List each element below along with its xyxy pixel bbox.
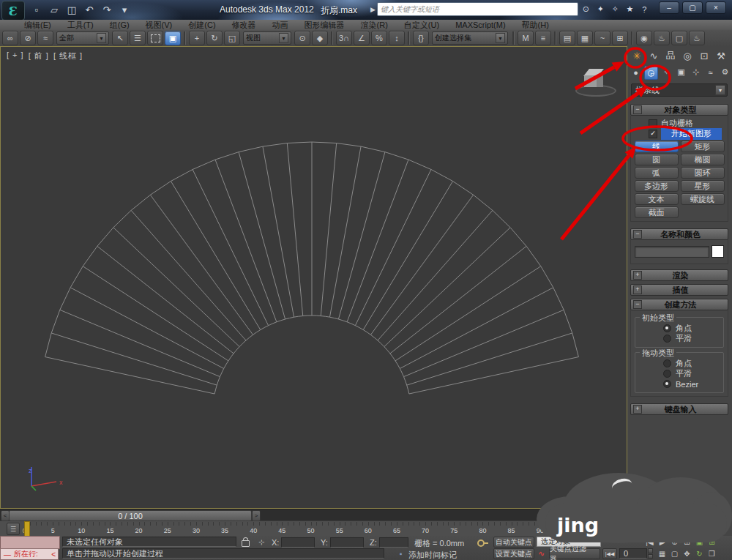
autogrid-row[interactable]: 自动栅格 bbox=[649, 119, 726, 128]
open-mini-curve-editor-button[interactable]: ☰ bbox=[7, 523, 20, 535]
selection-lock-icon[interactable] bbox=[242, 537, 250, 547]
set-key-button[interactable]: 设置关键点 bbox=[493, 548, 534, 559]
search-icon[interactable]: ⊙ bbox=[580, 3, 592, 15]
shape-button-文本[interactable]: 文本 bbox=[635, 193, 679, 205]
help-icon[interactable]: ? bbox=[638, 3, 651, 15]
z-coordinate-field[interactable] bbox=[379, 537, 408, 548]
search-input[interactable]: 键入关键字或短语 bbox=[377, 2, 578, 16]
reference-coordinate-dropdown[interactable]: 视图▼ bbox=[243, 31, 291, 45]
select-and-uniform-scale[interactable]: ◱ bbox=[224, 31, 240, 45]
radio-Bezier[interactable]: Bezier bbox=[663, 379, 723, 389]
zoom-icon[interactable]: ⊕ bbox=[669, 537, 680, 547]
rollout-name-color[interactable]: − 名称和颜色 bbox=[630, 228, 728, 240]
expand-icon[interactable]: + bbox=[633, 405, 642, 414]
play-animation[interactable]: ▶ bbox=[657, 537, 668, 547]
maxscript-mini-recorder[interactable]: — 所在行: < bbox=[0, 548, 59, 560]
material-editor[interactable]: ◉ bbox=[636, 31, 652, 45]
auto-key-button[interactable]: 自动关键点 bbox=[493, 537, 534, 548]
rendered-frame-window[interactable]: ▢ bbox=[671, 31, 687, 45]
rect-selection-region[interactable] bbox=[147, 31, 163, 45]
radio-角点[interactable]: 角点 bbox=[663, 359, 723, 368]
communication-center-icon[interactable]: ✦ bbox=[594, 3, 607, 15]
track-bar[interactable]: ☰ 051015202530354045505560657075808590 bbox=[0, 520, 627, 537]
3ds-max-logo[interactable]: Ɛ bbox=[1, 1, 25, 20]
shape-button-圆环[interactable]: 圆环 bbox=[681, 167, 725, 179]
tab-geometry-icon[interactable]: ● bbox=[630, 66, 642, 78]
menu-item-6[interactable]: 动画 bbox=[264, 20, 296, 30]
shape-button-截面[interactable]: 截面 bbox=[635, 206, 679, 218]
maximize-viewport-toggle-icon[interactable]: ❒ bbox=[706, 548, 717, 559]
x-coordinate-field[interactable] bbox=[281, 537, 315, 548]
absolute-offset-mode-icon[interactable]: ⊹ bbox=[256, 537, 267, 547]
tab-systems-icon[interactable]: ⚙ bbox=[719, 66, 731, 78]
select-and-link[interactable]: ∞ bbox=[2, 31, 18, 45]
align[interactable]: ≡ bbox=[535, 31, 551, 45]
snap-toggle-3d[interactable]: 3∩ bbox=[336, 31, 352, 45]
curve-editor[interactable]: ~ bbox=[594, 31, 610, 45]
tab-lights-icon[interactable]: ✧ bbox=[660, 66, 673, 78]
keyboard-shortcut-override[interactable]: {} bbox=[413, 31, 429, 45]
chevron-down-icon[interactable]: ▼ bbox=[715, 85, 725, 95]
shape-button-弧[interactable]: 弧 bbox=[635, 167, 679, 179]
new-scene-icon[interactable]: ▫ bbox=[29, 2, 44, 17]
save-file-icon[interactable]: ◫ bbox=[64, 2, 79, 17]
zoom-all-icon[interactable]: ⊞ bbox=[681, 537, 692, 547]
zoom-extents-all-icon[interactable]: ⊞ bbox=[706, 537, 717, 547]
shape-button-多边形[interactable]: 多边形 bbox=[635, 180, 679, 192]
tab-modify-icon[interactable]: ∿ bbox=[646, 48, 661, 63]
maxscript-mini-listener[interactable] bbox=[0, 536, 60, 549]
frame-spinner[interactable] bbox=[648, 548, 653, 559]
y-coordinate-field[interactable] bbox=[330, 537, 364, 548]
viewport-front[interactable]: [ + ][ 前 ][ 线框 ] z x bbox=[0, 46, 627, 509]
select-object[interactable]: ↖ bbox=[112, 31, 128, 45]
spinner-snap-toggle[interactable]: ↕ bbox=[389, 31, 405, 45]
collapse-icon[interactable]: − bbox=[633, 105, 642, 114]
region-zoom-icon[interactable]: ▢ bbox=[669, 548, 680, 559]
start-new-shape-row[interactable]: ✓ 开始新图形 bbox=[649, 129, 726, 138]
menu-item-3[interactable]: 视图(V) bbox=[138, 20, 181, 30]
object-color-swatch[interactable] bbox=[712, 245, 724, 258]
orbit-icon[interactable]: ↻ bbox=[694, 548, 705, 559]
next-frame-button[interactable]: > bbox=[252, 510, 261, 521]
collapse-icon[interactable]: − bbox=[633, 230, 642, 239]
maximize-button[interactable]: ▢ bbox=[682, 1, 703, 14]
radio-平滑[interactable]: 平滑 bbox=[663, 334, 723, 343]
render-production[interactable]: ♨ bbox=[689, 31, 705, 45]
window-crossing-toggle[interactable]: ▣ bbox=[165, 31, 181, 45]
tab-helpers-icon[interactable]: ⊹ bbox=[690, 66, 702, 78]
favorites-star-icon[interactable]: ★ bbox=[624, 3, 636, 15]
shape-button-星形[interactable]: 星形 bbox=[681, 180, 725, 192]
go-to-start[interactable]: |◀ bbox=[644, 537, 655, 547]
minimize-button[interactable]: – bbox=[659, 1, 679, 14]
graphite-modeling-toggle[interactable]: ▦ bbox=[577, 31, 593, 45]
shape-button-线[interactable]: 线 bbox=[635, 141, 679, 152]
unlink-selection[interactable]: ⊘ bbox=[20, 31, 36, 45]
expand-icon[interactable]: + bbox=[633, 271, 642, 280]
select-and-rotate[interactable]: ↻ bbox=[206, 31, 223, 45]
add-time-tag[interactable]: 添加时间标记 bbox=[408, 550, 457, 560]
angle-snap-toggle[interactable]: ∠ bbox=[354, 31, 370, 45]
shape-button-螺旋线[interactable]: 螺旋线 bbox=[681, 193, 725, 205]
radio-角点[interactable]: 角点 bbox=[663, 324, 723, 333]
tab-create-icon[interactable]: ✳ bbox=[630, 48, 644, 63]
start-new-shape-checkbox[interactable]: ✓ bbox=[649, 130, 657, 138]
key-entry-toggle-icon[interactable]: ▦ bbox=[657, 548, 668, 559]
mirror[interactable]: M bbox=[518, 31, 534, 45]
schematic-view[interactable]: ⊞ bbox=[612, 31, 628, 45]
use-pivot-point-center[interactable]: ⊙ bbox=[294, 31, 310, 45]
menu-item-4[interactable]: 创建(C) bbox=[180, 20, 223, 30]
tab-shapes-icon[interactable]: ◶ bbox=[644, 66, 658, 80]
tab-cameras-icon[interactable]: ▣ bbox=[675, 66, 687, 78]
tab-hierarchy-icon[interactable]: 品 bbox=[663, 48, 678, 63]
time-slider-handle[interactable]: 0 / 100 bbox=[9, 510, 252, 521]
menu-item-2[interactable]: 组(G) bbox=[102, 20, 138, 30]
bind-to-space-warp[interactable]: ≈ bbox=[37, 31, 53, 45]
menu-item-0[interactable]: 编辑(E) bbox=[16, 20, 59, 30]
current-frame-field[interactable]: 0 bbox=[619, 548, 647, 559]
previous-key-button[interactable]: |◀◀ bbox=[602, 548, 617, 559]
collapse-icon[interactable]: − bbox=[633, 300, 642, 309]
close-button[interactable]: × bbox=[706, 1, 726, 14]
layer-manager[interactable]: ▤ bbox=[559, 31, 575, 45]
selection-filter-dropdown[interactable]: 全部▼ bbox=[56, 31, 109, 45]
sign-in-icon[interactable]: ✧ bbox=[609, 3, 621, 15]
